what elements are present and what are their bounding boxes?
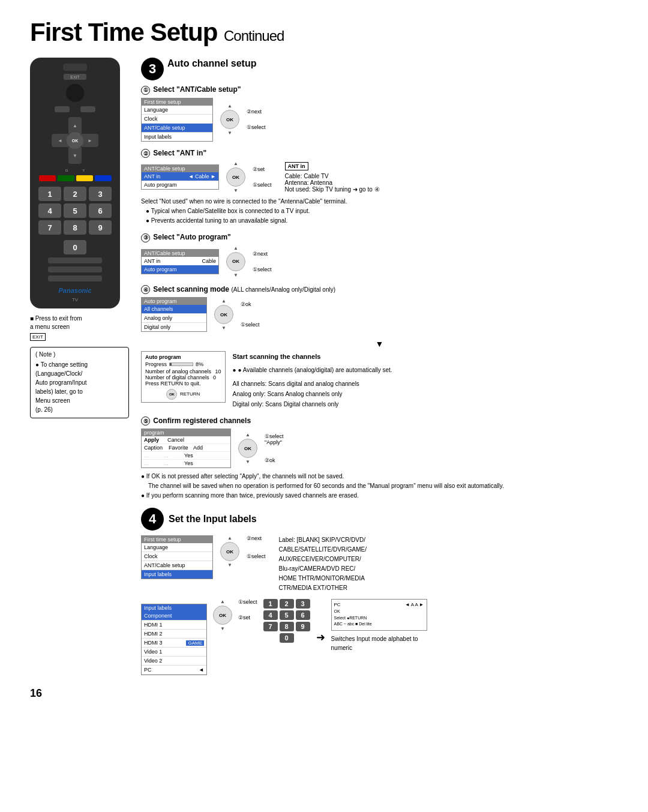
small-num-4[interactable]: 4 <box>263 610 278 620</box>
dpad-right[interactable]: ► <box>82 134 98 147</box>
video2-item: Video 2 <box>142 657 206 666</box>
num-0[interactable]: 0 <box>64 240 86 254</box>
progress-bar-area: Progress 8% <box>145 361 221 367</box>
step4-label-info: Label: [BLANK] SKIP/VCR/DVD/ CABLE/SATEL… <box>279 535 367 593</box>
substep5-notes: If OK is not pressed after selecting "Ap… <box>141 472 618 501</box>
note-box: ( Note ) To change setting (Language/Clo… <box>30 347 129 418</box>
hdmi3-item: HDMI 3 GAME <box>142 639 206 648</box>
substep3-menu-area: ANT/Cable setup ANT in Cable Auto progra… <box>141 245 618 278</box>
ok-icon-scan: OK <box>166 389 177 400</box>
auto-program-row[interactable]: Auto program <box>142 265 218 274</box>
dpad-up[interactable]: ▲ <box>68 117 82 134</box>
note-content: To change setting (Language/Clock/Auto p… <box>35 360 124 414</box>
substep4-menu-header: Auto program <box>142 298 206 305</box>
num-6[interactable]: 6 <box>89 203 112 218</box>
substep1-title: ① Select "ANT/Cable setup" <box>141 85 618 95</box>
substep2: ② Select "ANT in" ANT/Cable setup ANT in… <box>141 149 618 226</box>
ok-button-dpad[interactable]: OK <box>67 132 83 149</box>
small-num-1[interactable]: 1 <box>263 599 278 609</box>
small-num-0[interactable]: 0 <box>280 633 294 643</box>
small-num-5[interactable]: 5 <box>280 610 294 620</box>
ok-button-sub2: ▲ OK ▼ <box>226 161 245 193</box>
hdmi1-item: HDMI 1 <box>142 621 206 630</box>
page-title: First Time Setup Continued <box>30 18 618 47</box>
small-num-8[interactable]: 8 <box>280 622 294 631</box>
dpad-down[interactable]: ▼ <box>68 147 82 164</box>
start-scanning: Auto program Progress 8% Number of analo… <box>141 351 618 409</box>
analog-only-item: Analog only <box>142 314 206 323</box>
remote-column: EXIT ▲ ▼ ◄ ► OK G Y <box>30 58 129 675</box>
substep5-menu-area: program Apply Cancel Caption Favorite Ad… <box>141 429 618 468</box>
red-button[interactable] <box>39 175 56 181</box>
side-button-right <box>80 106 95 112</box>
substep5-title: ⑤ Confirm registered channels <box>141 417 618 426</box>
num-9[interactable]: 9 <box>89 220 112 235</box>
step4-inputlabels[interactable]: Input labels <box>142 570 212 579</box>
down-arrow-icon: ▼ <box>141 339 618 349</box>
remote-rect-btn-2[interactable] <box>48 266 102 272</box>
small-num-9[interactable]: 9 <box>296 622 310 631</box>
num-8[interactable]: 8 <box>64 220 86 235</box>
small-num-3[interactable]: 3 <box>296 599 310 609</box>
remote-rect-btn-3[interactable] <box>48 275 102 281</box>
green-button[interactable] <box>58 175 74 181</box>
small-num-7[interactable]: 7 <box>263 622 278 631</box>
exit-button[interactable]: EXIT <box>64 74 86 80</box>
step4-fts-menu: First time setup Language Clock ANT/Cabl… <box>141 535 213 579</box>
hdmi2-item: HDMI 2 <box>142 630 206 639</box>
substep4-menu-area: Auto program All channels Analog only Di… <box>141 297 618 332</box>
antcable-setup-menu: ANT/Cable setup ANT in ◄ Cable ► Auto pr… <box>141 164 219 190</box>
num-2[interactable]: 2 <box>64 187 86 201</box>
step3-header: 3 Auto channel setup <box>141 58 618 80</box>
step4-title: Set the Input labels <box>169 513 257 526</box>
ant-in-row[interactable]: ANT in ◄ Cable ► <box>142 172 218 181</box>
num-1[interactable]: 1 <box>38 187 61 201</box>
step4-circle: 4 <box>141 508 164 531</box>
step3-circle: 3 <box>141 58 164 80</box>
menu-item-antcable[interactable]: ANT/Cable setup <box>142 124 212 133</box>
pc-box-area: PC ◄ A A ► OK Select ●RETURN ABC ~ abc ■… <box>331 599 427 652</box>
substep4-menu-box: Auto program All channels Analog only Di… <box>141 297 207 332</box>
antcable-menu-box: ANT/Cable setup ANT in ◄ Cable ► Auto pr… <box>141 164 219 190</box>
component-item[interactable]: Component <box>142 612 206 621</box>
num-3[interactable]: 3 <box>89 187 112 201</box>
substep1-menu-area: First time setup Language Clock ANT/Cabl… <box>141 98 618 142</box>
digital-only-item: Digital only <box>142 323 206 331</box>
num-4[interactable]: 4 <box>38 203 61 218</box>
dpad-left[interactable]: ◄ <box>52 134 68 147</box>
page-number: 16 <box>30 687 618 700</box>
step4-bottom-row: Input labels Component HDMI 1 HDMI 2 HDM… <box>141 599 618 675</box>
progress-fill <box>170 363 172 365</box>
progress-bar <box>169 362 193 366</box>
small-num-2[interactable]: 2 <box>280 599 294 609</box>
substep3-menu-header: ANT/Cable setup <box>142 250 218 257</box>
substep4-annotations: ②ok ①select <box>241 301 260 328</box>
menu-item-language: Language <box>142 106 212 115</box>
color-buttons-row <box>39 175 112 181</box>
remote-speaker <box>66 84 84 102</box>
small-num-6[interactable]: 6 <box>296 610 310 620</box>
arrow-right: ➜ <box>316 631 325 644</box>
ok-button-sub3: ▲ OK ▼ <box>226 245 245 278</box>
remote-rect-btn-1[interactable] <box>48 257 102 263</box>
remote-side-buttons-row <box>55 106 95 112</box>
menu-item-clock: Clock <box>142 115 212 124</box>
all-channels-item[interactable]: All channels <box>142 305 206 314</box>
blue-button[interactable] <box>95 175 112 181</box>
yellow-button[interactable] <box>76 175 93 181</box>
dpad[interactable]: ▲ ▼ ◄ ► OK <box>52 117 98 164</box>
substep4-title: ④ Select scanning mode (ALL channels/Ana… <box>141 285 618 295</box>
ok-button-step4: ▲ OK ▼ <box>220 535 239 568</box>
scanning-info: Start scanning the channels ● Available … <box>233 351 392 409</box>
tv-label: TV <box>72 297 78 302</box>
auto-program-item: Auto program <box>142 181 218 189</box>
menu-item-inputlabels: Input labels <box>142 133 212 141</box>
number-pad: 1 2 3 4 5 6 7 8 9 <box>38 187 112 235</box>
step4-content: First time setup Language Clock ANT/Cabl… <box>141 535 618 593</box>
num-7[interactable]: 7 <box>38 220 61 235</box>
num-5[interactable]: 5 <box>64 203 86 218</box>
small-numpad: 1 2 3 4 5 6 7 8 9 0 <box>263 599 310 643</box>
substep3-number: ③ <box>141 233 150 242</box>
substep2-number: ② <box>141 149 150 158</box>
scan-progress-box: Auto program Progress 8% Number of analo… <box>141 351 226 403</box>
